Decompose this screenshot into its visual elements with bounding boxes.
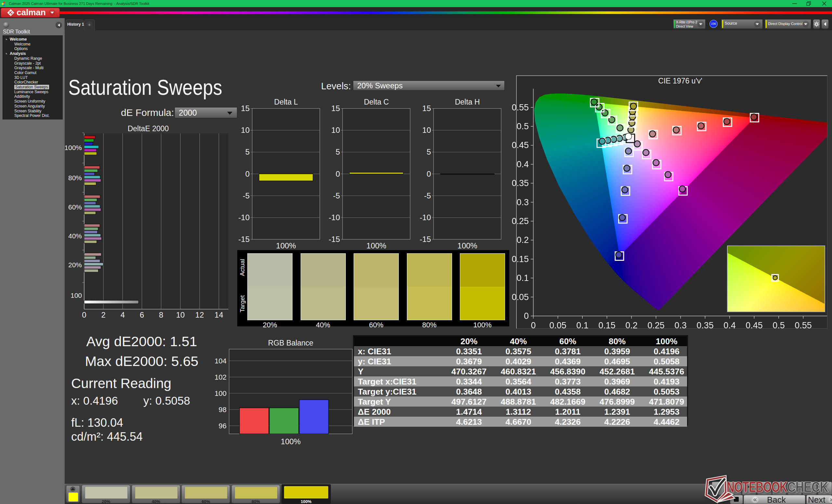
svg-text:CHECK: CHECK — [787, 479, 828, 495]
svg-text:100%: 100% — [281, 437, 301, 446]
svg-text:10: 10 — [422, 126, 431, 135]
svg-text:0.2: 0.2 — [625, 320, 638, 330]
svg-text:98: 98 — [219, 405, 227, 414]
svg-text:0.05: 0.05 — [549, 320, 567, 330]
svg-text:96: 96 — [219, 422, 227, 430]
svg-text:15: 15 — [422, 104, 431, 113]
svg-text:0.35: 0.35 — [697, 320, 714, 330]
svg-text:-10: -10 — [420, 213, 431, 222]
svg-text:0.25: 0.25 — [647, 320, 665, 330]
svg-text:0.35: 0.35 — [512, 178, 529, 188]
svg-text:0.15: 0.15 — [598, 320, 616, 330]
svg-text:0.5: 0.5 — [773, 320, 785, 330]
svg-text:0: 0 — [531, 320, 536, 330]
svg-text:0.3: 0.3 — [516, 197, 529, 207]
svg-text:100: 100 — [214, 389, 227, 397]
svg-text:0.15: 0.15 — [512, 254, 529, 264]
svg-text:0.5: 0.5 — [516, 121, 529, 131]
svg-text:0.55: 0.55 — [512, 103, 529, 112]
svg-text:0.4: 0.4 — [724, 320, 736, 330]
svg-text:5: 5 — [427, 147, 431, 156]
svg-text:0.4: 0.4 — [516, 160, 529, 169]
svg-text:0: 0 — [524, 311, 529, 321]
svg-text:102: 102 — [214, 373, 227, 381]
svg-text:0.55: 0.55 — [795, 320, 812, 330]
svg-text:-5: -5 — [424, 191, 431, 200]
svg-text:0.1: 0.1 — [516, 273, 529, 283]
svg-text:0.1: 0.1 — [576, 320, 589, 330]
svg-text:RGB Balance: RGB Balance — [268, 339, 313, 347]
svg-text:0.05: 0.05 — [512, 292, 529, 302]
svg-text:0.3: 0.3 — [674, 320, 687, 330]
svg-text:0.2: 0.2 — [516, 235, 529, 245]
svg-text:0.25: 0.25 — [512, 216, 529, 226]
svg-text:0.45: 0.45 — [746, 320, 763, 330]
svg-text:-15: -15 — [420, 235, 431, 244]
svg-text:104: 104 — [214, 357, 227, 365]
svg-text:NOTEBOOK: NOTEBOOK — [727, 479, 787, 495]
svg-text:Delta H: Delta H — [455, 98, 480, 106]
svg-text:100%: 100% — [457, 241, 477, 250]
svg-text:0: 0 — [427, 169, 431, 178]
svg-text:0.45: 0.45 — [512, 140, 529, 150]
